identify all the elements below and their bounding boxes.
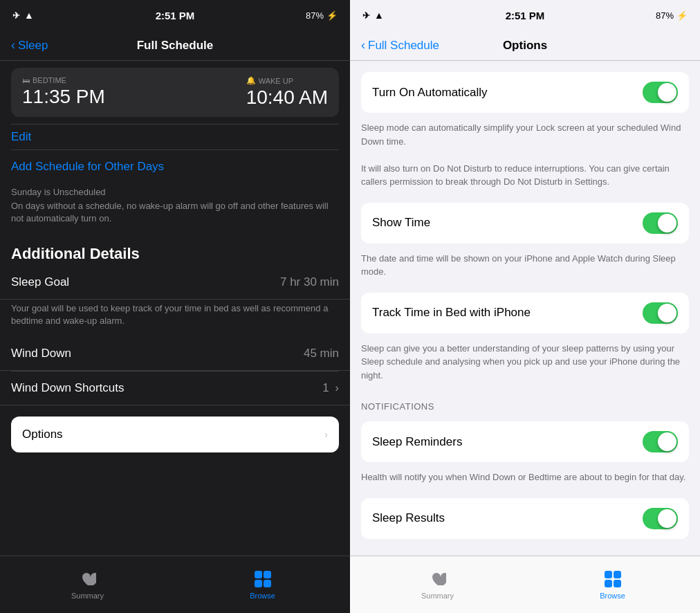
right-nav-bar: ‹ Full Schedule Options bbox=[350, 30, 700, 61]
wind-down-label: Wind Down bbox=[11, 347, 71, 360]
bedtime-time: 11:35 PM bbox=[22, 86, 105, 108]
right-wifi-icon: ▲ bbox=[374, 10, 384, 21]
right-content: Turn On Automatically Sleep mode can aut… bbox=[350, 61, 700, 556]
additional-title: Additional Details bbox=[11, 245, 339, 263]
bedtime-col: 🛏 BEDTIME 11:35 PM bbox=[22, 76, 105, 108]
right-plane-icon: ✈ bbox=[362, 10, 370, 21]
plane-mode-icon: ✈ bbox=[12, 10, 20, 21]
track-time-section: Track Time in Bed with iPhone bbox=[361, 293, 689, 333]
right-status-left: ✈ ▲ bbox=[362, 10, 384, 21]
unscheduled-note: Sunday is Unscheduled On days without a … bbox=[0, 183, 350, 234]
turn-on-auto-row: Turn On Automatically bbox=[361, 72, 689, 113]
left-tab-summary-label: Summary bbox=[71, 592, 104, 600]
left-tab-browse-label: Browse bbox=[250, 592, 275, 600]
sleep-reminders-section: Sleep Reminders bbox=[361, 421, 689, 462]
wifi-icon: ▲ bbox=[24, 10, 34, 21]
edit-button[interactable]: Edit bbox=[0, 125, 350, 149]
options-chevron: › bbox=[324, 428, 328, 440]
sleep-reminders-row: Sleep Reminders bbox=[361, 421, 689, 462]
sleep-results-label: Sleep Results bbox=[372, 511, 445, 525]
sleep-goal-note: Your goal will be used to keep track of … bbox=[0, 300, 350, 337]
right-browse-icon bbox=[603, 569, 623, 589]
wind-down-shortcuts-label: Wind Down Shortcuts bbox=[11, 381, 124, 395]
sleep-reminders-description: Health will notify you when Wind Down or… bbox=[350, 468, 700, 493]
sleep-reminders-label: Sleep Reminders bbox=[372, 435, 462, 449]
show-time-label: Show Time bbox=[372, 216, 430, 230]
wakeup-col: 🔔 WAKE UP 10:40 AM bbox=[246, 76, 328, 109]
show-time-toggle[interactable] bbox=[643, 212, 678, 234]
turn-on-auto-label: Turn On Automatically bbox=[372, 86, 488, 100]
wind-down-value: 45 min bbox=[304, 347, 339, 360]
left-tab-bar: Summary Browse bbox=[0, 556, 350, 613]
sleep-goal-label: Sleep Goal bbox=[11, 275, 69, 289]
right-panel: ✈ ▲ 2:51 PM 87% ⚡ ‹ Full Schedule Option… bbox=[350, 0, 700, 613]
left-back-chevron: ‹ bbox=[11, 38, 15, 53]
bedtime-label: 🛏 BEDTIME bbox=[22, 76, 105, 84]
bed-icon: 🛏 bbox=[22, 76, 30, 84]
right-status-bar: ✈ ▲ 2:51 PM 87% ⚡ bbox=[350, 0, 700, 30]
wind-down-row: Wind Down 45 min bbox=[0, 337, 350, 371]
left-battery-icon: ⚡ bbox=[326, 10, 338, 21]
right-status-right: 87% ⚡ bbox=[656, 10, 688, 21]
left-tab-summary[interactable]: Summary bbox=[0, 556, 175, 613]
sleep-results-section: Sleep Results bbox=[361, 498, 689, 539]
notifications-header: NOTIFICATIONS bbox=[350, 390, 700, 416]
options-label: Options bbox=[22, 428, 63, 441]
show-time-description: The date and time will be shown on your … bbox=[350, 249, 700, 287]
left-status-left: ✈ ▲ bbox=[12, 10, 34, 21]
additional-section: Additional Details bbox=[0, 234, 350, 266]
right-tab-browse-label: Browse bbox=[600, 592, 625, 600]
right-battery-label: 87% bbox=[656, 10, 674, 21]
right-back-chevron: ‹ bbox=[361, 38, 365, 53]
left-nav-title: Full Schedule bbox=[137, 39, 214, 53]
right-back-button[interactable]: ‹ Full Schedule bbox=[361, 38, 439, 53]
track-time-description: Sleep can give you a better understandin… bbox=[350, 339, 700, 391]
options-button[interactable]: Options › bbox=[11, 417, 339, 452]
show-time-section: Show Time bbox=[361, 203, 689, 244]
sleep-goal-row: Sleep Goal 7 hr 30 min bbox=[0, 266, 350, 300]
wind-down-shortcuts-row[interactable]: Wind Down Shortcuts 1 › bbox=[0, 372, 350, 405]
right-battery-icon: ⚡ bbox=[676, 10, 688, 21]
right-tab-bar: Summary Browse bbox=[350, 556, 700, 613]
right-tab-summary[interactable]: Summary bbox=[350, 556, 525, 613]
wakeup-time: 10:40 AM bbox=[246, 86, 328, 109]
left-status-bar: ✈ ▲ 2:51 PM 87% ⚡ bbox=[0, 0, 350, 30]
add-schedule-button[interactable]: Add Schedule for Other Days bbox=[0, 150, 350, 183]
right-status-time: 2:51 PM bbox=[506, 10, 545, 21]
turn-on-auto-description: Sleep mode can automatically simplify yo… bbox=[350, 118, 700, 197]
wakeup-label: 🔔 WAKE UP bbox=[246, 76, 328, 85]
right-back-label: Full Schedule bbox=[368, 39, 439, 53]
turn-on-auto-toggle[interactable] bbox=[643, 82, 678, 103]
left-panel: ✈ ▲ 2:51 PM 87% ⚡ ‹ Sleep Full Schedule … bbox=[0, 0, 350, 613]
sleep-goal-value: 7 hr 30 min bbox=[280, 275, 339, 289]
left-status-right: 87% ⚡ bbox=[306, 10, 338, 21]
sleep-results-row: Sleep Results bbox=[361, 498, 689, 539]
track-time-label: Track Time in Bed with iPhone bbox=[372, 306, 531, 320]
left-battery-label: 87% bbox=[306, 10, 324, 21]
turn-on-auto-section: Turn On Automatically bbox=[361, 72, 689, 113]
right-heart-icon bbox=[428, 569, 448, 589]
left-tab-browse[interactable]: Browse bbox=[175, 556, 350, 613]
sleep-reminders-toggle[interactable] bbox=[643, 431, 678, 452]
browse-icon bbox=[253, 569, 273, 589]
left-status-time: 2:51 PM bbox=[156, 10, 195, 21]
left-content: 🛏 BEDTIME 11:35 PM 🔔 WAKE UP 10:40 AM Ed… bbox=[0, 61, 350, 556]
alarm-icon: 🔔 bbox=[246, 76, 256, 85]
track-time-toggle[interactable] bbox=[643, 302, 678, 324]
right-nav-title: Options bbox=[503, 39, 547, 53]
right-tab-browse[interactable]: Browse bbox=[525, 556, 700, 613]
right-tab-summary-label: Summary bbox=[421, 592, 454, 600]
track-time-row: Track Time in Bed with iPhone bbox=[361, 293, 689, 333]
schedule-card: 🛏 BEDTIME 11:35 PM 🔔 WAKE UP 10:40 AM bbox=[11, 68, 339, 117]
sleep-results-toggle[interactable] bbox=[643, 508, 678, 529]
left-back-label: Sleep bbox=[18, 39, 48, 53]
left-back-button[interactable]: ‹ Sleep bbox=[11, 38, 48, 53]
show-time-row: Show Time bbox=[361, 203, 689, 244]
schedule-row: 🛏 BEDTIME 11:35 PM 🔔 WAKE UP 10:40 AM bbox=[22, 76, 328, 109]
left-nav-bar: ‹ Sleep Full Schedule bbox=[0, 30, 350, 61]
heart-icon bbox=[78, 569, 98, 589]
wind-down-shortcuts-value: 1 › bbox=[322, 381, 339, 395]
wind-down-shortcuts-chevron: › bbox=[335, 381, 339, 394]
